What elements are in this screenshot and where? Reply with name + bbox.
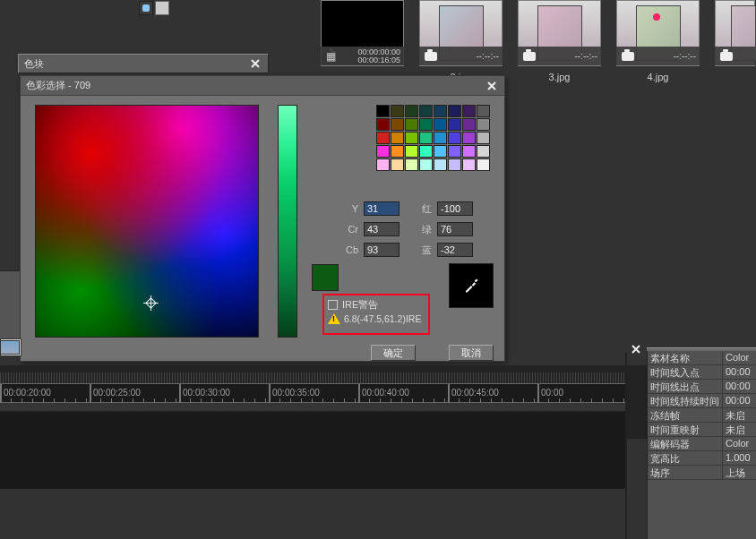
- property-row[interactable]: 素材名称Color: [648, 351, 756, 365]
- ruler-label: 00:00:30:00: [183, 388, 230, 398]
- color-swatch[interactable]: [477, 105, 490, 117]
- color-swatch[interactable]: [477, 118, 490, 131]
- ire-warning-box: IRE警告 6.8(-47.5,61.2)IRE: [324, 295, 428, 333]
- cr-input[interactable]: [364, 222, 399, 236]
- hue-slider[interactable]: [278, 105, 297, 338]
- blue-label: 蓝: [416, 244, 432, 257]
- color-swatch[interactable]: [376, 132, 390, 144]
- color-swatch[interactable]: [434, 132, 447, 144]
- color-swatch[interactable]: [405, 132, 418, 144]
- ruler-segment: 00:00:20:00: [0, 384, 90, 404]
- panel-close-icon[interactable]: [627, 340, 645, 358]
- camera-icon: [720, 52, 733, 61]
- color-swatch[interactable]: [462, 118, 476, 131]
- color-swatch[interactable]: [419, 132, 433, 144]
- color-swatch[interactable]: [448, 132, 461, 144]
- color-swatch[interactable]: [405, 158, 418, 171]
- ruler-segment: 00:00: [537, 384, 627, 404]
- color-swatch[interactable]: [448, 145, 461, 158]
- color-swatch[interactable]: [405, 145, 418, 158]
- cb-input[interactable]: [364, 243, 399, 257]
- ok-button[interactable]: 确定: [371, 345, 416, 361]
- color-swatch[interactable]: [376, 118, 390, 131]
- color-swatch[interactable]: [391, 118, 404, 131]
- property-row[interactable]: 宽高比1.000: [648, 451, 756, 466]
- color-swatch[interactable]: [448, 158, 461, 171]
- red-input[interactable]: [437, 201, 473, 216]
- color-swatch[interactable]: [448, 118, 461, 131]
- swatch-window-titlebar[interactable]: 色块: [18, 54, 269, 73]
- ire-checkbox[interactable]: [328, 300, 338, 310]
- color-swatch[interactable]: [391, 132, 404, 144]
- thumb-tc1: --:--:--: [574, 51, 597, 61]
- color-swatch[interactable]: [434, 158, 447, 171]
- color-picker-dialog: 色彩选择 - 709 Y Cr Cb 红 绿: [20, 75, 505, 362]
- ruler-label: 00:00:20:00: [4, 388, 51, 398]
- property-value: 00:00: [723, 380, 756, 393]
- eyedropper-well[interactable]: [449, 263, 494, 308]
- property-row[interactable]: 时间线出点00:00: [648, 380, 756, 394]
- camera-icon: [523, 52, 536, 61]
- color-swatch[interactable]: [462, 145, 476, 158]
- close-icon[interactable]: [248, 56, 262, 71]
- property-row[interactable]: 冻结帧未启: [648, 408, 756, 423]
- color-preview: [312, 264, 339, 291]
- color-swatch[interactable]: [462, 132, 476, 144]
- blue-input[interactable]: [437, 243, 473, 257]
- color-swatch[interactable]: [376, 105, 390, 117]
- color-swatch[interactable]: [434, 105, 447, 117]
- property-key: 宽高比: [648, 451, 723, 465]
- time-ruler[interactable]: 00:00:20:0000:00:25:0000:00:30:0000:00:3…: [0, 383, 627, 403]
- swatch-window-title: 色块: [24, 57, 44, 71]
- track-strip[interactable]: [0, 403, 627, 412]
- ruler-segment: 00:00:45:00: [448, 384, 537, 404]
- close-icon[interactable]: [485, 79, 499, 93]
- green-input[interactable]: [437, 222, 473, 236]
- property-value: 00:00: [723, 394, 756, 407]
- property-key: 时间线入点: [648, 365, 723, 379]
- color-swatch[interactable]: [376, 145, 390, 158]
- color-field[interactable]: [35, 105, 259, 338]
- color-swatch[interactable]: [419, 118, 433, 131]
- property-row[interactable]: 时间重映射未启: [648, 423, 756, 437]
- color-swatch[interactable]: [419, 105, 433, 117]
- color-swatch[interactable]: [419, 158, 433, 171]
- asset-label-box: [155, 1, 169, 15]
- clip-thumb[interactable]: [0, 340, 20, 355]
- color-swatch[interactable]: [434, 118, 447, 131]
- property-row[interactable]: 时间线持续时间00:00: [648, 394, 756, 408]
- dialog-title: 色彩选择 - 709: [26, 79, 90, 92]
- color-swatch[interactable]: [477, 145, 490, 158]
- color-swatch[interactable]: [376, 158, 390, 171]
- dialog-titlebar[interactable]: 色彩选择 - 709: [21, 76, 504, 96]
- color-swatch[interactable]: [477, 132, 490, 144]
- cancel-button[interactable]: 取消: [449, 345, 494, 361]
- properties-panel: 素材名称Color时间线入点00:00时间线出点00:00时间线持续时间00:0…: [647, 351, 756, 539]
- color-swatch[interactable]: [405, 105, 418, 117]
- cb-label: Cb: [342, 244, 358, 255]
- cancel-button-label: 取消: [461, 346, 481, 360]
- color-swatch[interactable]: [434, 145, 447, 158]
- color-swatch[interactable]: [448, 105, 461, 117]
- thumb-tc1: --:--:--: [476, 51, 499, 61]
- color-swatch[interactable]: [477, 158, 490, 171]
- color-swatch[interactable]: [391, 158, 404, 171]
- color-swatch[interactable]: [391, 145, 404, 158]
- thumbnail-label: 4.jpg: [616, 72, 700, 82]
- color-swatch[interactable]: [462, 105, 476, 117]
- camera-icon: [622, 52, 634, 61]
- color-swatch[interactable]: [419, 145, 433, 158]
- ruler-label: 00:00:45:00: [451, 388, 499, 398]
- property-value: Color: [723, 437, 756, 450]
- ruler-segment: 00:00:30:00: [179, 384, 269, 404]
- y-input[interactable]: [364, 201, 399, 216]
- property-row[interactable]: 场序上场: [648, 466, 756, 480]
- ruler-segment: 00:00:25:00: [90, 384, 179, 404]
- color-swatch[interactable]: [405, 118, 418, 131]
- color-swatch[interactable]: [391, 105, 404, 117]
- property-row[interactable]: 时间线入点00:00: [648, 365, 756, 380]
- ruler-segment: 00:00:40:00: [358, 384, 448, 404]
- panel-divider[interactable]: [625, 353, 627, 539]
- property-row[interactable]: 编解码器Color: [648, 437, 756, 451]
- color-swatch[interactable]: [462, 158, 476, 171]
